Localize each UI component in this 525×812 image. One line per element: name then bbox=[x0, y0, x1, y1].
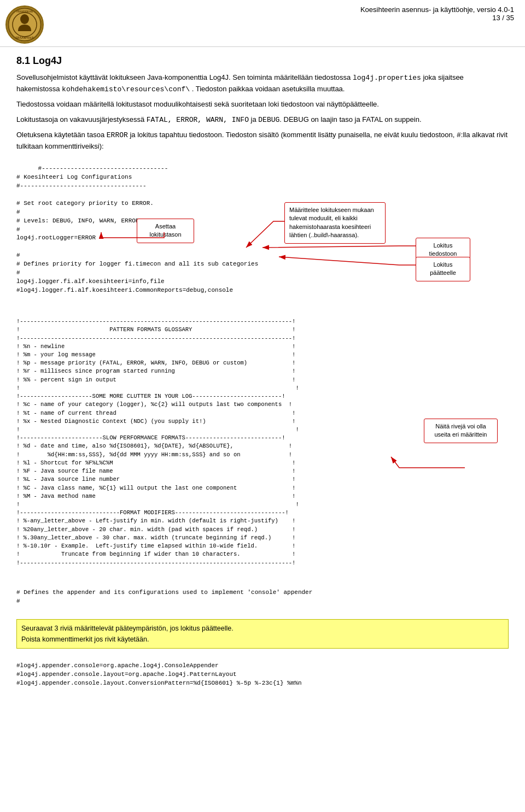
svg-text:ERÄÄNPÄIVÄ: ERÄÄNPÄIVÄ bbox=[15, 36, 33, 39]
code-diagram-area: #----------------------------------- # K… bbox=[16, 156, 509, 304]
annotation-lokitus-paatteelle: Lokitus päätteelle bbox=[416, 257, 470, 281]
highlighted-warning: Seuraavat 3 riviä määrittelevät pääteymp… bbox=[16, 619, 509, 649]
code-block-3: # Defines the appender and its configura… bbox=[16, 580, 509, 615]
logo-image: ERÄÄNPÄIVÄ FRANSISKAN bbox=[5, 5, 44, 44]
annotation-asettaa: Asettaa lokitustason bbox=[137, 219, 194, 243]
paragraph-1: Sovellusohjelmistot käyttävät lokituksee… bbox=[16, 72, 509, 95]
annotation-maarittelee: Määrittelee lokitukseen mukaan tulevat m… bbox=[284, 202, 386, 244]
code-block-2: !---------------------------------------… bbox=[16, 309, 388, 575]
code-block-4: #log4j.appender.console=org.apache.log4j… bbox=[16, 653, 509, 697]
code-section-2: !---------------------------------------… bbox=[16, 309, 509, 575]
logo-area: ERÄÄNPÄIVÄ FRANSISKAN bbox=[5, 5, 49, 44]
paragraph-4: Oletuksena käytetään tasoa ERROR ja loki… bbox=[16, 130, 509, 151]
header-title-line1: Koesihteerin asennus- ja käyttöohje, ver… bbox=[360, 5, 514, 14]
paragraph-2: Tiedostossa voidaan määritellä lokitusta… bbox=[16, 99, 509, 110]
page-content: 8.1 Log4J Sovellusohjelmistot käyttävät … bbox=[0, 52, 525, 711]
section-heading: 8.1 Log4J bbox=[16, 55, 509, 67]
header-title: Koesihteerin asennus- ja käyttöohje, ver… bbox=[360, 5, 514, 22]
page-header: ERÄÄNPÄIVÄ FRANSISKAN Koesihteerin asenn… bbox=[0, 0, 525, 47]
paragraph-3: Lokitustasoja on vakavuusjärjestyksessä … bbox=[16, 114, 509, 126]
svg-text:FRANSISKAN: FRANSISKAN bbox=[16, 10, 33, 13]
header-title-line2: 13 / 35 bbox=[360, 14, 514, 22]
annotation-naita-riveja: Näitä rivejä voi olla useita eri määritt… bbox=[424, 419, 498, 443]
svg-point-2 bbox=[20, 14, 29, 24]
